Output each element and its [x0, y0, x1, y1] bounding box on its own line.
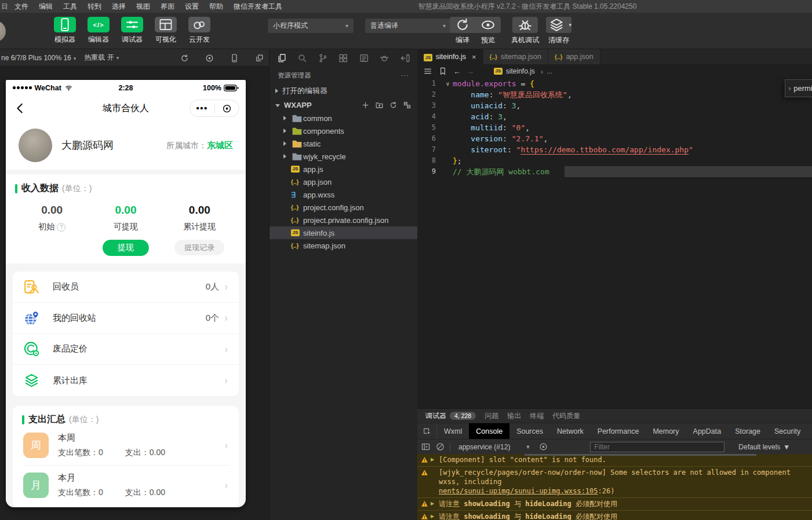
devtools-tab-AppData[interactable]: AppData [686, 423, 729, 439]
restart-icon[interactable] [180, 53, 190, 63]
hot-reload-toggle[interactable]: 热重载 开▾ [84, 53, 119, 63]
extensions-icon[interactable] [338, 53, 348, 64]
layers-icon[interactable]: ▾ [546, 17, 571, 33]
devtools-tab-Storage[interactable]: Storage [728, 423, 767, 439]
file-common[interactable]: common [270, 112, 417, 124]
console-sidebar-icon[interactable] [421, 442, 431, 452]
refresh-explorer-icon[interactable] [389, 101, 398, 109]
bookmark-icon[interactable] [438, 67, 447, 76]
tab-app.json[interactable]: {..}app.json [548, 49, 600, 64]
new-file-icon[interactable] [361, 101, 370, 109]
breadcrumb-more[interactable]: ... [547, 67, 552, 75]
code-editor[interactable]: 1∨module.exports = {2 name: "智慧废品回收系统",3… [417, 78, 812, 177]
menu-item[interactable]: 界面 [155, 2, 180, 12]
expand-arrow-icon[interactable]: ▶ [431, 501, 438, 506]
withdraw-record-button[interactable]: 提现记录 [174, 240, 224, 255]
file-static[interactable]: static [270, 137, 417, 150]
back-button[interactable] [14, 102, 27, 115]
devtools-tab-Security[interactable]: Security [767, 423, 807, 439]
panel-tab-输出[interactable]: 输出 [507, 411, 521, 421]
expand-arrow-icon[interactable]: ▶ [431, 457, 438, 462]
collapse-sidebar-icon[interactable] [400, 53, 410, 64]
device-select[interactable]: ne 6/7/8 Plus 100% 16▾ [1, 54, 76, 62]
panel-tab-终端[interactable]: 终端 [530, 411, 544, 421]
toolbar-button-code[interactable]: </>编辑器 [85, 17, 112, 45]
remote-debug-button[interactable]: 真机调试 [511, 17, 539, 45]
panel-tab-调试器[interactable]: 调试器4, 228 [425, 411, 476, 421]
toolbar-button-sliders[interactable]: 调试器 [118, 17, 146, 45]
device-frame-icon[interactable] [230, 53, 239, 63]
clear-console-icon[interactable] [435, 442, 445, 452]
outline-icon[interactable] [423, 67, 432, 76]
detach-window-icon[interactable] [254, 53, 264, 63]
execution-context-select[interactable]: appservice (#12) ▼ [455, 443, 534, 451]
source-link[interactable]: nents/sunui-upimg/sunui-upimg.wxss:105 [439, 487, 598, 495]
files-icon[interactable] [276, 53, 287, 64]
devtools-tab-Network[interactable]: Network [550, 423, 591, 439]
devtools-tab-Memory[interactable]: Memory [646, 423, 686, 439]
file-wjyk_recycle[interactable]: wjyk_recycle [270, 150, 417, 163]
project-root[interactable]: WXAPP [270, 98, 417, 112]
refresh-icon[interactable] [450, 17, 475, 33]
close-icon[interactable]: × [472, 53, 476, 61]
more-button[interactable]: ••• [190, 101, 214, 116]
close-circle-button[interactable] [215, 103, 239, 114]
user-avatar[interactable] [0, 21, 6, 42]
file-sitemap.json[interactable]: {..}sitemap.json [270, 239, 417, 252]
source-control-icon[interactable] [318, 53, 328, 64]
breadcrumb-file[interactable]: JS siteinfo.js [494, 67, 535, 75]
toolbar-button-layout[interactable]: 可视化 [152, 17, 180, 45]
file-siteinfo.js[interactable]: JSsiteinfo.js [270, 226, 417, 239]
menu-item[interactable]: 视图 [131, 2, 155, 12]
console-warning[interactable]: ▶[wjyk_recycle/pages/order-now/order-now… [417, 467, 812, 498]
peek-widget[interactable]: › permission [785, 79, 812, 97]
menu-item[interactable]: 转到 [82, 2, 107, 12]
search-icon[interactable] [297, 53, 307, 64]
teapot-icon[interactable] [379, 53, 389, 64]
console-filter-input[interactable] [590, 442, 724, 452]
expense-row[interactable]: 月本月支出笔数：0支出：0.00› [22, 466, 230, 505]
file-project.config.json[interactable]: {..}project.config.json [270, 201, 417, 214]
devtools-tab-Performance[interactable]: Performance [591, 423, 646, 439]
menu-item[interactable]: 设置 [180, 2, 204, 12]
tab-siteinfo.js[interactable]: JSsiteinfo.js× [417, 49, 483, 64]
forward-arrow-icon[interactable]: → [467, 67, 474, 76]
devtools-tab-Sources[interactable]: Sources [509, 423, 550, 439]
devtools-tab-Console[interactable]: Console [469, 423, 509, 439]
menu-item[interactable]: 工具 [58, 2, 82, 12]
fold-icon[interactable]: ∨ [443, 78, 453, 89]
inspect-element-button[interactable] [417, 423, 437, 439]
horizontal-scrollbar[interactable] [525, 454, 756, 456]
menu-item-station[interactable]: 我的回收站0个› [13, 303, 239, 334]
file-app.wxss[interactable]: ∃app.wxss [270, 188, 417, 201]
new-folder-icon[interactable] [375, 101, 384, 109]
console-warning[interactable]: ▶请注意 showLoading 与 hideLoading 必须配对使用 [417, 511, 812, 520]
panel-tab-问题[interactable]: 问题 [485, 411, 498, 421]
withdraw-button[interactable]: 提现 [103, 240, 149, 256]
preview-button[interactable]: 预览 [475, 17, 501, 45]
mode-select[interactable]: 小程序模式 ▾ [268, 19, 354, 33]
toolbar-button-cloud[interactable]: 云开发 [185, 17, 213, 45]
more-actions-icon[interactable]: ··· [401, 72, 410, 79]
menu-item-recycler[interactable]: 回收员0人› [13, 272, 239, 303]
log-levels-select[interactable]: Default levels ▼ [738, 443, 790, 451]
eye-icon[interactable] [538, 442, 548, 452]
clear-cache-button[interactable]: ▾清缓存 [546, 17, 571, 45]
compile-button[interactable]: 编译 [450, 17, 475, 45]
menu-item-pricing[interactable]: 废品定价› [13, 334, 239, 365]
record-icon[interactable] [205, 53, 214, 63]
file-project.private.config.json[interactable]: {..}project.private.config.json [270, 214, 417, 226]
menu-item[interactable]: 帮助 [204, 2, 228, 12]
collapse-folders-icon[interactable] [403, 101, 412, 109]
back-arrow-icon[interactable]: ← [453, 67, 461, 76]
eye-icon[interactable] [475, 17, 501, 33]
help-icon[interactable]: ? [57, 223, 65, 232]
file-components[interactable]: components [270, 124, 417, 137]
console-warning[interactable]: ▶请注意 showLoading 与 hideLoading 必须配对使用 [417, 498, 812, 511]
devtools-tab-S[interactable]: S [807, 423, 812, 439]
menu-item[interactable]: 编辑 [34, 2, 58, 12]
devtools-tab-Wxml[interactable]: Wxml [437, 423, 469, 439]
menu-item-outbound[interactable]: 累计出库› [13, 365, 239, 396]
tab-sitemap.json[interactable]: {..}sitemap.json [483, 49, 549, 64]
panel-tab-代码质量[interactable]: 代码质量 [552, 411, 580, 421]
